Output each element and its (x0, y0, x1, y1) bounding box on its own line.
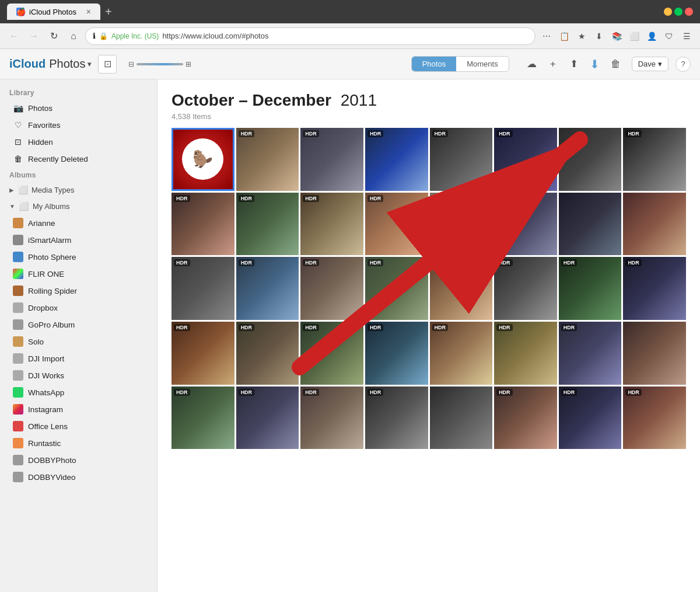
favorites-icon: ♡ (13, 120, 23, 130)
sidebar-item-photos[interactable]: 📷 Photos (4, 100, 153, 116)
bookmark-icon[interactable]: ★ (574, 29, 589, 44)
photo-cell[interactable]: HDR (236, 386, 299, 450)
photo-cell[interactable]: HDR (623, 386, 686, 450)
sidebar-item-dobby-photo[interactable]: DOBBYPhoto (4, 452, 153, 468)
photo-cell[interactable]: HDR (172, 322, 235, 385)
security-label: Apple Inc. (US) (111, 32, 159, 40)
photo-cell[interactable]: HDR (300, 322, 363, 385)
share-button[interactable]: ⬆ (565, 55, 583, 73)
sidebar-item-runtastic[interactable]: Runtastic (4, 435, 153, 451)
sidebar-item-favorites[interactable]: ♡ Favorites (4, 117, 153, 133)
photo-cell[interactable]: HDR (172, 386, 235, 450)
sidebar-item-solo[interactable]: Solo (4, 333, 153, 350)
photo-cell[interactable] (559, 193, 622, 256)
sidebar-item-dji-import[interactable]: DJI Import (4, 350, 153, 367)
close-window-button[interactable] (685, 8, 693, 16)
download-button[interactable]: ⬇ (586, 55, 604, 73)
photo-cell[interactable]: HDR (494, 386, 557, 450)
sidebar-toggle-button[interactable]: ⊡ (98, 55, 117, 74)
photo-cell[interactable]: HDR (365, 257, 428, 320)
photo-cell[interactable]: HDR (236, 193, 299, 256)
photo-cell[interactable]: HDR (494, 193, 557, 256)
sidebar-item-arianne[interactable]: Arianne (4, 215, 153, 231)
photo-cell[interactable]: HDR (172, 257, 235, 320)
photo-cell[interactable]: HDR (494, 128, 557, 191)
sidebar-item-whatsapp[interactable]: WhatsApp (4, 384, 153, 401)
photo-cell[interactable]: HDR (300, 386, 363, 450)
sidebar-item-instagram[interactable]: Instagram (4, 401, 153, 417)
zoom-slider[interactable]: ⊟ ⊞ (128, 60, 191, 68)
sidebar-item-dobby-video[interactable]: DOBBYVideo (4, 469, 153, 485)
pocket-icon[interactable]: 📋 (556, 29, 572, 44)
photo-cell[interactable]: HDR (300, 193, 363, 256)
photo-cell[interactable]: HDR (623, 128, 686, 191)
zoom-slider-track[interactable] (136, 63, 183, 65)
photo-cell[interactable]: HDR (236, 257, 299, 320)
icloud-upload-button[interactable]: ☁ (523, 55, 541, 73)
photo-cell[interactable]: HDR (236, 128, 299, 191)
sidebar-item-ismartarm[interactable]: iSmartAlarm (4, 232, 153, 248)
tab-close-button[interactable]: × (86, 7, 91, 16)
sidebar-item-recently-deleted[interactable]: 🗑 Recently Deleted (4, 151, 153, 167)
download-toolbar-icon[interactable]: ⬇ (592, 29, 607, 44)
sidebar-item-photosphere[interactable]: Photo Sphere (4, 249, 153, 265)
photo-cell[interactable]: HDR (494, 257, 557, 320)
photo-cell[interactable] (430, 257, 493, 320)
media-types-expand[interactable]: ▶ ⬜ Media Types (0, 182, 157, 198)
add-button[interactable]: + (544, 55, 562, 73)
hdr-badge: HDR (561, 259, 578, 266)
hdr-badge: HDR (561, 324, 578, 331)
photo-cell[interactable] (559, 128, 622, 191)
photo-cell[interactable]: 🦫 (172, 128, 235, 191)
sidebar-item-rolling-spider[interactable]: Rolling Spider (4, 283, 153, 299)
photo-cell[interactable] (430, 386, 493, 450)
hdr-badge: HDR (174, 259, 190, 266)
photo-cell[interactable]: HDR (559, 386, 622, 450)
my-albums-expand[interactable]: ▼ ⬜ My Albums (0, 198, 157, 214)
forward-button[interactable]: → (26, 28, 42, 44)
photos-tab[interactable]: Photos (412, 57, 456, 71)
photo-cell[interactable]: HDR (365, 193, 428, 256)
photo-cell[interactable] (623, 193, 686, 256)
sidebar-item-gopro[interactable]: GoPro Album (4, 316, 153, 333)
photo-cell[interactable]: HDR (430, 128, 493, 191)
app-title-dropdown-icon[interactable]: ▾ (88, 60, 91, 68)
shield-icon[interactable]: 🛡 (662, 29, 677, 44)
moments-tab[interactable]: Moments (456, 57, 508, 71)
photo-cell[interactable]: HDR (172, 193, 235, 256)
photo-cell[interactable]: HDR (236, 322, 299, 385)
photo-cell[interactable] (430, 193, 493, 256)
maximize-button[interactable] (674, 8, 682, 16)
sidebar-item-flir[interactable]: FLIR ONE (4, 266, 153, 282)
photo-cell[interactable]: HDR (623, 257, 686, 320)
photo-cell[interactable]: HDR (365, 386, 428, 450)
new-tab-button[interactable]: + (105, 5, 112, 19)
refresh-button[interactable]: ↻ (46, 28, 62, 44)
photo-cell[interactable]: HDR (365, 128, 428, 191)
photo-cell[interactable]: HDR (559, 257, 622, 320)
menu-dots-icon[interactable]: ⋯ (539, 29, 554, 44)
browser-tab[interactable]: 🍎 iCloud Photos × (7, 4, 100, 20)
address-bar[interactable]: ℹ 🔒 Apple Inc. (US) https://www.icloud.c… (85, 27, 536, 45)
photo-cell[interactable]: HDR (300, 257, 363, 320)
photo-cell[interactable]: HDR (430, 322, 493, 385)
photo-cell[interactable]: HDR (494, 322, 557, 385)
delete-button[interactable]: 🗑 (607, 55, 625, 73)
photo-cell[interactable]: HDR (365, 322, 428, 385)
user-menu-button[interactable]: Dave ▾ (632, 57, 668, 71)
sidebar-item-dropbox[interactable]: Dropbox (4, 300, 153, 316)
hamburger-menu-icon[interactable]: ☰ (679, 29, 694, 44)
photo-cell[interactable]: HDR (559, 322, 622, 385)
sidebar-item-dji-works[interactable]: DJI Works (4, 367, 153, 384)
profile-icon[interactable]: 👤 (644, 29, 659, 44)
home-button[interactable]: ⌂ (65, 28, 82, 44)
sidebar-item-office-lens[interactable]: Office Lens (4, 418, 153, 434)
sidebar-item-hidden[interactable]: ⊡ Hidden (4, 134, 153, 150)
split-view-icon[interactable]: ⬜ (626, 29, 642, 44)
minimize-button[interactable] (664, 8, 672, 16)
library-icon[interactable]: 📚 (609, 29, 624, 44)
photo-cell[interactable] (623, 322, 686, 385)
help-button[interactable]: ? (676, 57, 691, 72)
photo-cell[interactable]: HDR (300, 128, 363, 191)
back-button[interactable]: ← (6, 28, 22, 44)
